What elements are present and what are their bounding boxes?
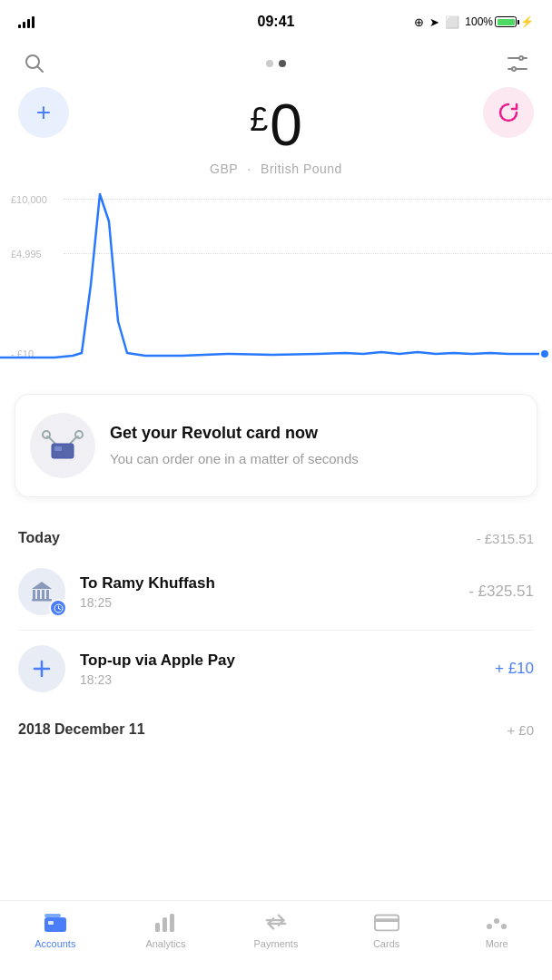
transaction-name-1: To Ramy Khuffash [80,574,454,593]
balance-section: + £ 0 GBP · British Pound [0,87,552,176]
screen-icon: ⬜ [445,15,459,29]
chart-section: £10,000 £4,995 - £10 [0,176,552,376]
navigation-icon: ➤ [429,15,439,29]
transaction-amount-2: + £10 [495,660,534,678]
svg-rect-28 [44,917,66,932]
dot-1 [266,60,273,67]
svg-rect-19 [42,590,44,599]
svg-rect-14 [54,446,62,451]
svg-rect-32 [163,917,167,932]
svg-point-38 [487,924,492,929]
transaction-info-2: Top-up via Apple Pay 18:23 [80,652,480,687]
cards-icon [374,910,399,934]
svg-rect-13 [52,444,74,458]
promo-icon-wrapper [30,413,95,478]
transaction-item-2[interactable]: Top-up via Apple Pay 18:23 + £10 [0,631,552,707]
svg-point-11 [43,431,50,438]
battery-icon [495,16,517,27]
next-section-header: 2018 December 11 + £0 [0,707,552,745]
svg-rect-30 [44,914,61,917]
today-section-header: Today - £315.51 [0,515,552,554]
nav-label-analytics: Analytics [145,938,185,949]
svg-rect-33 [170,914,174,932]
currency-code: GBP [210,162,238,176]
filter-icon [507,54,528,73]
location-icon: ⊕ [414,15,424,29]
refresh-button[interactable] [483,87,534,138]
payments-icon [263,910,289,934]
refresh-icon [496,100,521,125]
balance-display: £ 0 [250,96,302,154]
svg-rect-29 [48,921,54,925]
nav-item-cards[interactable]: Cards [331,910,442,949]
nav-item-analytics[interactable]: Analytics [111,910,222,949]
search-icon [25,54,44,74]
svg-rect-17 [33,590,35,599]
analytics-icon [153,910,178,934]
nav-item-accounts[interactable]: Accounts [0,910,111,949]
transaction-badge-clock [49,599,67,617]
add-button[interactable]: + [18,87,69,138]
charge-icon: ⚡ [520,15,534,28]
svg-line-1 [38,67,44,73]
today-label: Today [18,530,60,546]
status-right: ⊕ ➤ ⬜ 100% ⚡ [414,15,534,29]
promo-title: Get your Revolut card now [110,423,359,444]
nav-item-payments[interactable]: Payments [221,910,331,949]
search-button[interactable] [18,47,51,80]
nav-item-more[interactable]: More [441,910,552,949]
svg-point-8 [540,349,549,358]
currency-symbol: £ [250,103,268,136]
signal-bars [18,15,34,28]
promo-text: Get your Revolut card now You can order … [110,423,359,468]
revolut-card-icon [39,422,86,469]
bottom-nav: Accounts Analytics Payments [0,900,552,980]
filter-button[interactable] [501,47,534,80]
svg-point-12 [75,431,83,438]
currency-name: British Pound [261,162,342,176]
more-icon [484,910,509,934]
signal-area [18,15,34,28]
battery-percentage: 100% [465,15,493,28]
promo-subtitle: You can order one in a matter of seconds [110,449,359,468]
bank-icon [29,579,54,604]
balance-subtitle: GBP · British Pound [210,162,342,176]
chart-svg [0,176,552,376]
svg-rect-31 [155,923,160,932]
svg-rect-18 [37,590,40,599]
transaction-name-2: Top-up via Apple Pay [80,652,480,670]
top-actions [0,40,552,87]
accounts-icon [43,910,68,934]
svg-point-40 [501,924,507,929]
status-bar: 09:41 ⊕ ➤ ⬜ 100% ⚡ [0,0,552,40]
plus-icon [31,658,53,680]
svg-rect-21 [32,599,52,602]
transaction-item[interactable]: To Ramy Khuffash 18:25 - £325.51 [0,554,552,630]
nav-label-more: More [486,938,508,949]
dot-2 [279,60,286,67]
today-total: - £315.51 [477,531,534,546]
next-section-label: 2018 December 11 [18,721,145,738]
transaction-amount-1: - £325.51 [468,583,534,601]
svg-point-4 [519,56,523,60]
transaction-avatar-bank [18,568,65,615]
svg-rect-37 [375,918,399,922]
transaction-time-2: 18:23 [80,672,480,687]
transaction-avatar-plus [18,645,65,692]
nav-label-accounts: Accounts [34,938,75,949]
svg-rect-36 [375,916,399,931]
svg-rect-20 [46,590,49,599]
nav-label-cards: Cards [373,938,399,949]
transaction-info-1: To Ramy Khuffash 18:25 [80,574,454,610]
svg-point-7 [512,67,516,71]
balance-amount: 0 [270,96,302,154]
promo-card[interactable]: Get your Revolut card now You can order … [15,394,537,497]
next-section-total: + £0 [507,722,534,738]
status-time: 09:41 [258,14,295,30]
battery-container: 100% ⚡ [465,15,534,28]
nav-label-payments: Payments [254,938,299,949]
page-indicator [266,60,286,67]
svg-point-39 [494,918,499,924]
svg-marker-22 [32,582,52,589]
chart-svg-area [0,176,552,376]
